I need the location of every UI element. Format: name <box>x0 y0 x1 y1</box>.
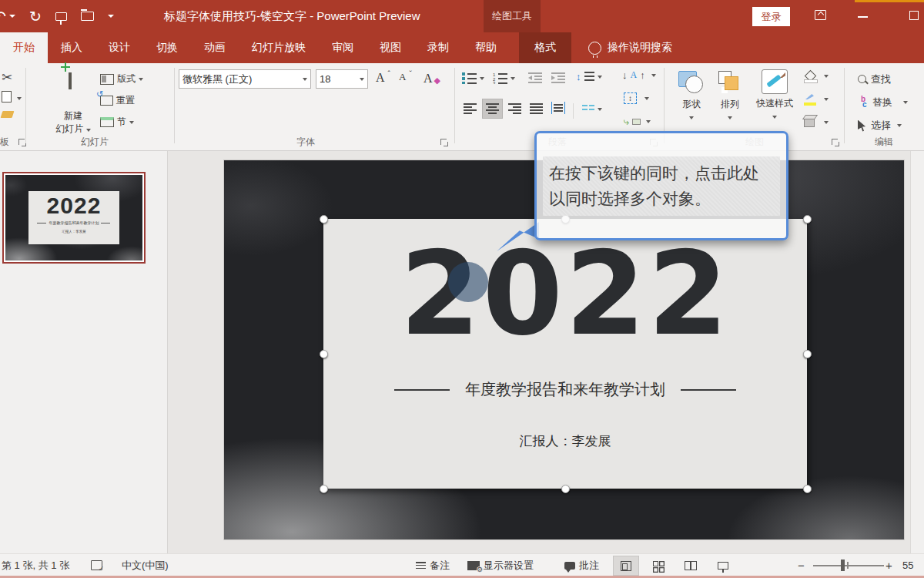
redo-icon[interactable]: ↻ <box>29 9 42 24</box>
notes-button[interactable]: 备注 <box>416 554 450 576</box>
tab-insert[interactable]: 插入 <box>48 32 95 63</box>
vertical-scrollbar[interactable] <box>910 151 924 553</box>
tab-help[interactable]: 帮助 <box>462 32 510 63</box>
line-spacing-button[interactable]: ↕ <box>576 71 602 82</box>
shape-fill-icon <box>804 71 816 81</box>
shapes-button[interactable]: 形状 <box>676 71 707 122</box>
start-slideshow-icon[interactable] <box>55 12 67 21</box>
undo-dropdown-icon[interactable] <box>9 15 15 18</box>
zoom-slider-thumb[interactable] <box>841 560 845 571</box>
new-slide-label-2: 幻灯片 <box>55 123 83 134</box>
align-center-button[interactable] <box>482 99 503 119</box>
tab-transitions[interactable]: 切换 <box>143 32 191 63</box>
tab-view[interactable]: 视图 <box>367 32 414 63</box>
tab-animations[interactable]: 动画 <box>191 32 239 63</box>
font-name-combobox[interactable]: 微软雅黑 (正文) <box>179 69 311 89</box>
reset-icon <box>100 96 113 106</box>
section-button[interactable]: 节 <box>100 116 134 129</box>
zoom-in-button[interactable]: + <box>886 554 892 576</box>
display-settings-button[interactable]: 显示器设置 <box>467 554 534 576</box>
slide-thumbnail-1[interactable]: 2022 年度教学报告和来年教学计划 汇报人：李发展 <box>2 172 146 264</box>
tell-me-search[interactable]: 操作说明搜索 <box>608 32 672 63</box>
shape-effects-button[interactable] <box>804 117 829 127</box>
text-direction-button[interactable]: ↓A↑ <box>622 69 656 81</box>
open-file-icon[interactable] <box>81 12 94 21</box>
comments-label: 批注 <box>579 559 599 573</box>
shape-fill-button[interactable] <box>804 71 829 81</box>
slideshow-view-button[interactable] <box>710 556 736 576</box>
align-right-button[interactable] <box>508 103 521 114</box>
sign-in-button[interactable]: 登录 <box>752 7 790 26</box>
spellcheck-indicator[interactable] <box>91 554 102 576</box>
tab-record[interactable]: 录制 <box>414 32 462 63</box>
tab-home[interactable]: 开始 <box>0 32 48 63</box>
font-size-dropdown-icon <box>360 78 364 81</box>
arrange-button[interactable]: 排列 <box>715 71 745 122</box>
tab-slideshow[interactable]: 幻灯片放映 <box>239 32 319 63</box>
numbering-button[interactable]: 123 <box>493 72 515 84</box>
slide-year-text[interactable]: 2022 <box>400 236 730 351</box>
zoom-out-button[interactable]: − <box>798 554 805 576</box>
drawing-dialog-launcher-icon[interactable] <box>832 139 840 147</box>
quick-styles-button[interactable]: 快速样式 <box>752 69 798 121</box>
columns-button[interactable] <box>582 105 602 113</box>
bullets-button[interactable] <box>462 72 484 84</box>
align-center-icon <box>486 103 499 114</box>
reading-view-button[interactable] <box>678 556 704 576</box>
numbering-dropdown-icon <box>511 77 515 80</box>
reset-button[interactable]: 重置 <box>100 94 135 107</box>
align-left-button[interactable] <box>464 103 477 114</box>
decrease-indent-button[interactable] <box>528 72 542 83</box>
copy-icon[interactable] <box>2 91 12 102</box>
font-dialog-launcher-icon[interactable] <box>440 139 449 147</box>
format-painter-icon[interactable] <box>1 111 15 118</box>
find-button[interactable]: 查找 <box>858 72 891 86</box>
zoom-slider-track[interactable] <box>813 565 884 566</box>
thumbnail-subtitle-text: 年度教学报告和来年教学计划 <box>49 220 99 225</box>
grow-font-button[interactable]: Aˆ <box>376 71 390 85</box>
new-slide-icon[interactable] <box>69 72 72 89</box>
layout-button[interactable]: 版式 <box>100 72 143 86</box>
language-indicator[interactable]: 中文(中国) <box>122 554 169 576</box>
comments-button[interactable]: 批注 <box>564 554 599 576</box>
replace-button[interactable]: bc替换 <box>858 96 908 109</box>
increase-indent-button[interactable] <box>551 72 565 83</box>
cut-icon[interactable]: ✂ <box>2 69 12 86</box>
clear-formatting-button[interactable]: A◆ <box>424 71 440 86</box>
tab-format[interactable]: 格式 <box>519 32 571 63</box>
slide-subtitle-text[interactable]: 年度教学报告和来年教学计划 <box>465 379 665 400</box>
copy-dropdown-icon[interactable] <box>17 97 22 100</box>
selection-handle-top-left[interactable] <box>320 215 328 223</box>
spellcheck-icon <box>91 560 102 570</box>
tab-design[interactable]: 设计 <box>95 32 143 63</box>
title-text-box[interactable]: 2022 年度教学报告和来年教学计划 汇报人：李发展 <box>323 219 807 489</box>
selection-handle-middle-left[interactable] <box>320 350 328 358</box>
font-size-combobox[interactable]: 18 <box>316 69 368 89</box>
minimize-icon[interactable] <box>858 16 868 18</box>
slide-sorter-view-button[interactable] <box>645 556 671 576</box>
undo-icon[interactable]: ↶ <box>0 9 6 24</box>
restore-window-icon[interactable] <box>909 11 919 20</box>
customize-qat-icon[interactable] <box>108 15 114 18</box>
select-button[interactable]: 选择 <box>858 119 902 133</box>
shrink-font-button[interactable]: Aˇ <box>399 71 412 83</box>
zoom-level-indicator[interactable]: 55 <box>902 554 913 576</box>
justify-button[interactable] <box>530 103 543 114</box>
selection-handle-bottom-left[interactable] <box>320 485 328 493</box>
selection-handle-bottom-right[interactable] <box>803 485 812 493</box>
shape-outline-button[interactable] <box>804 94 829 104</box>
distribute-text-button[interactable] <box>551 102 565 114</box>
group-divider <box>25 68 26 143</box>
tab-review[interactable]: 审阅 <box>319 32 367 63</box>
slide-number-indicator[interactable]: 第 1 张, 共 1 张 <box>2 554 69 576</box>
align-text-button[interactable]: ↕ <box>624 92 649 104</box>
line-spacing-arrows-icon: ↕ <box>576 71 581 82</box>
selection-handle-top-right[interactable] <box>803 215 812 223</box>
ribbon-display-options-icon[interactable] <box>815 10 826 20</box>
slide-presenter-text[interactable]: 汇报人：李发展 <box>520 432 611 450</box>
convert-smartart-button[interactable]: ⤷ <box>624 116 651 128</box>
selection-handle-bottom-center[interactable] <box>561 485 570 493</box>
shape-outline-dropdown-icon <box>824 98 829 101</box>
normal-view-button[interactable] <box>613 556 639 576</box>
selection-handle-middle-right[interactable] <box>803 350 812 358</box>
